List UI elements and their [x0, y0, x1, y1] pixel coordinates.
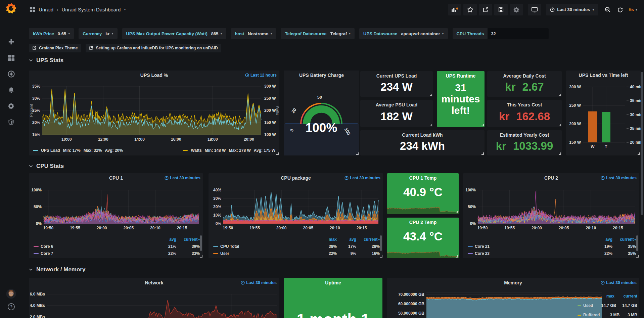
dashboard-settings-button[interactable] [510, 4, 523, 15]
resize-handle[interactable] [636, 255, 639, 258]
panel-time-override[interactable]: Last 30 minutes [601, 176, 637, 180]
legend-series[interactable]: Core 7 [41, 251, 53, 256]
legend-col-max[interactable]: max [594, 294, 614, 299]
sidebar-item-alerting[interactable] [0, 86, 22, 94]
panel-title[interactable]: UPS Load % [29, 71, 279, 80]
variable-ups-datasource[interactable]: UPS Datasource apcupsd-container▾ [359, 28, 448, 39]
panel-title[interactable]: Current Load kWh [360, 130, 485, 140]
variable-ups-max-output[interactable]: UPS Max Output Power Capacity (Watt) 865… [122, 28, 226, 39]
panel-title[interactable]: CPU 2 Temp [387, 218, 459, 227]
grafana-logo-icon[interactable] [5, 3, 17, 15]
resize-handle[interactable] [430, 94, 432, 96]
legend-series[interactable]: Watts [191, 148, 201, 153]
time-range-picker[interactable]: Last 30 minutes ▾ [546, 4, 598, 15]
panel-title[interactable]: Estimated Yearly Cost [487, 130, 562, 140]
refresh-interval-picker[interactable]: 5s ▾ [627, 4, 640, 15]
legend-scrollbar[interactable] [200, 235, 202, 251]
legend-col-current[interactable]: current▾ [178, 237, 200, 242]
legend-series[interactable]: Core 23 [475, 251, 490, 256]
legend-col-current[interactable]: current▾ [614, 237, 636, 242]
panel-title[interactable]: Average PSU Load [360, 100, 433, 109]
svg-text:50%: 50% [34, 205, 42, 209]
resize-handle[interactable] [456, 255, 458, 258]
panel-title[interactable]: This Years Cost [487, 100, 562, 109]
section-ups-stats[interactable]: UPS Stats [29, 57, 63, 64]
save-dashboard-button[interactable] [494, 4, 508, 15]
panel-title[interactable]: UPS Load vs Time left [566, 71, 641, 80]
legend-scrollbar[interactable] [380, 235, 382, 251]
variable-currency[interactable]: Currency kr▾ [79, 28, 117, 39]
legend-series[interactable]: CPU Total [220, 244, 239, 249]
panel-time-override[interactable]: Last 30 minutes [241, 280, 277, 285]
panel-title[interactable]: Average Daily Cost [487, 71, 562, 81]
panel-title[interactable]: CPU 1 Temp [387, 173, 459, 183]
legend-col-avg[interactable]: avg [339, 237, 356, 242]
resize-handle[interactable] [276, 152, 279, 155]
legend-series[interactable]: Core 6 [41, 244, 53, 249]
legend-scrollbar[interactable] [636, 235, 638, 251]
panel-title[interactable]: UPS Runtime [437, 71, 485, 81]
breadcrumb-dashboard-title[interactable]: Unraid System Dashboard [62, 7, 121, 12]
panel-time-override[interactable]: Last 30 minutes [165, 176, 200, 180]
battery-gauge[interactable]: 50200100100% [284, 80, 359, 155]
section-cpu-stats[interactable]: CPU Stats [29, 163, 64, 170]
ups-bar-chart[interactable]: 300 W250 W200 W150 W40 min35 min30 min25… [566, 80, 641, 155]
cycle-view-mode-button[interactable] [528, 4, 541, 15]
resize-handle[interactable] [200, 255, 202, 258]
section-network-memory[interactable]: Network / Memory [29, 266, 85, 273]
panel-time-override[interactable]: Last 12 hours [245, 73, 277, 78]
help-button[interactable]: ? [0, 303, 22, 311]
legend-series[interactable]: Buffered [583, 313, 600, 317]
link-grafana-plex-theme[interactable]: Grafana Plex Theme [29, 44, 81, 52]
legend: max current Used 14.7 GB 14.7 GB Buffere… [578, 291, 637, 318]
legend-series[interactable]: Used [583, 303, 593, 308]
breadcrumb-folder[interactable]: Unraid [39, 7, 53, 12]
zoom-out-button[interactable] [602, 4, 613, 15]
legend-col-max[interactable]: max [318, 237, 337, 242]
star-dashboard-button[interactable] [463, 4, 477, 15]
panel-title[interactable]: UPS Battery Charge [284, 71, 359, 80]
panel-title[interactable]: Uptime [284, 278, 382, 287]
legend-series[interactable]: Core 21 [475, 244, 490, 249]
resize-handle[interactable] [430, 124, 432, 126]
ups-load-chart[interactable]: 15%100 W20%150 W25%200 W30%250 W35%300 W… [29, 80, 279, 155]
legend-col-current[interactable]: current [616, 294, 637, 299]
resize-handle[interactable] [638, 152, 640, 155]
sidebar-item-dashboards[interactable] [0, 54, 22, 62]
chevron-down-icon[interactable]: ▾ [124, 8, 126, 11]
legend-series[interactable]: User [220, 251, 229, 256]
sidebar-item-create[interactable] [0, 38, 22, 46]
network-chart[interactable]: 6.0 MBs4.0 MBs2.0 MBs [29, 287, 279, 318]
legend-col-current[interactable]: current▾ [358, 237, 380, 242]
template-variables: kWh Price 0.65▾ Currency kr▾ UPS Max Out… [29, 28, 549, 39]
refresh-button[interactable] [615, 4, 625, 15]
svg-text:Watts: Watts [276, 106, 279, 115]
panel-title[interactable]: Current UPS Load [360, 71, 433, 81]
resize-handle[interactable] [356, 152, 359, 155]
page-scrollbar[interactable] [641, 72, 643, 215]
variable-label: Currency [83, 31, 102, 36]
resize-handle[interactable] [456, 211, 458, 213]
legend-col-avg[interactable]: avg [157, 237, 176, 242]
panel-time-override[interactable]: Last 30 minutes [601, 280, 637, 285]
user-avatar[interactable] [0, 290, 22, 298]
sidebar-item-server-admin[interactable] [0, 118, 22, 126]
legend-series[interactable]: UPS Load [41, 148, 60, 153]
variable-telegraf-datasource[interactable]: Telegraf Datasource Telegraf▾ [281, 28, 355, 39]
link-ups-monitoring-guide[interactable]: Setting up Grafana and InfluxDB for UPS … [86, 44, 221, 52]
variable-host[interactable]: host Nostromo▾ [231, 28, 276, 39]
sidebar-item-explore[interactable] [0, 70, 22, 78]
add-panel-button[interactable] [448, 4, 461, 15]
resize-handle[interactable] [559, 124, 561, 126]
variable-kwh-price[interactable]: kWh Price 0.65▾ [29, 28, 74, 39]
panel-time-override[interactable]: Last 30 minutes [344, 176, 380, 180]
resize-handle[interactable] [481, 124, 484, 126]
legend-col-avg[interactable]: avg [593, 237, 612, 242]
resize-handle[interactable] [380, 255, 382, 258]
resize-handle[interactable] [559, 94, 561, 96]
share-dashboard-button[interactable] [479, 4, 492, 15]
cpu-threads-input[interactable] [488, 28, 549, 39]
resize-handle[interactable] [481, 152, 484, 155]
resize-handle[interactable] [559, 152, 561, 155]
sidebar-item-configuration[interactable] [0, 102, 22, 110]
